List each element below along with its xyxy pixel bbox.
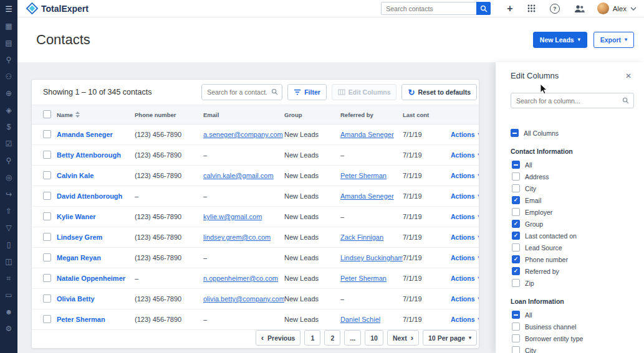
checkbox-row-city[interactable]: City — [512, 182, 634, 194]
export-button[interactable]: Export ▾ — [594, 32, 634, 48]
contact-name-link[interactable]: Peter Sherman — [57, 316, 135, 323]
hamburger-menu-icon[interactable]: ☰ — [0, 0, 17, 17]
row-checkbox[interactable] — [43, 233, 51, 241]
email-link[interactable]: a.seneger@company.com — [203, 131, 283, 138]
column-header-name[interactable]: Name — [57, 111, 135, 118]
checkbox-row-phone-number[interactable]: Phone number — [512, 253, 634, 265]
checkbox-row-group[interactable]: Group — [512, 218, 634, 230]
checkbox[interactable] — [512, 232, 520, 240]
checkbox[interactable] — [512, 196, 520, 204]
contact-name-link[interactable]: David Attenborough — [57, 192, 135, 200]
search-contacts-input[interactable] — [381, 2, 476, 15]
page-button-1[interactable]: 1 — [304, 330, 320, 346]
sidebar-icon-user[interactable]: ☻ — [0, 303, 17, 320]
sidebar-icon-document[interactable]: ▯ — [0, 236, 17, 253]
sidebar-icon-teams[interactable]: ⚇ — [0, 68, 17, 85]
sidebar-icon-planner[interactable]: ▤ — [0, 34, 17, 51]
checkbox[interactable] — [512, 208, 520, 216]
column-header-group[interactable]: Group — [284, 111, 340, 118]
actions-button[interactable]: Actions▾ — [440, 151, 479, 159]
column-header-last-contacted[interactable]: Last cont — [403, 111, 440, 118]
next-page-button[interactable]: Next› — [387, 330, 419, 346]
referred-by-link[interactable]: Peter Sherman — [340, 172, 387, 179]
checkbox[interactable] — [512, 267, 520, 275]
email-link[interactable]: kylie.w@gmail.com — [203, 213, 262, 220]
referred-by-link[interactable]: – — [340, 295, 344, 303]
row-checkbox[interactable] — [43, 130, 51, 138]
email-link[interactable]: olivia.betty@company.com — [203, 295, 284, 303]
user-menu[interactable]: Alex — [597, 2, 637, 14]
checkbox-row-all[interactable]: All — [512, 309, 634, 321]
referred-by-link[interactable]: Peter Sherman — [340, 275, 387, 282]
add-new-icon[interactable]: + — [507, 4, 512, 14]
checkbox-row-zip[interactable]: Zip — [512, 277, 634, 289]
referred-by-link[interactable]: Daniel Schiel — [340, 316, 380, 323]
column-header-referred-by[interactable]: Referred by — [340, 111, 403, 118]
referred-by-link[interactable]: – — [340, 213, 344, 220]
checkbox[interactable] — [512, 220, 520, 228]
checkbox[interactable] — [512, 322, 520, 331]
sidebar-icon-target[interactable]: ◎ — [0, 169, 17, 186]
contact-name-link[interactable]: Amanda Seneger — [57, 131, 135, 138]
page-ellipsis-button[interactable]: ... — [344, 330, 361, 346]
email-link[interactable]: calvin.kale@gmail.com — [203, 172, 274, 179]
checkbox-row-email[interactable]: Email — [512, 194, 634, 206]
sidebar-icon-columns[interactable]: ◫ — [0, 253, 17, 270]
sidebar-icon-tasks[interactable]: ☑ — [0, 135, 17, 152]
checkbox-row-all-columns[interactable]: All Columns — [511, 127, 634, 139]
row-checkbox[interactable] — [43, 274, 51, 282]
row-checkbox[interactable] — [43, 171, 51, 179]
actions-button[interactable]: Actions▾ — [440, 295, 479, 303]
actions-button[interactable]: Actions▾ — [440, 131, 479, 138]
referred-by-link[interactable]: Amanda Seneger — [340, 192, 394, 200]
actions-button[interactable]: Actions▾ — [440, 275, 479, 282]
sidebar-icon-dashboard[interactable]: ▦ — [0, 17, 17, 34]
actions-button[interactable]: Actions▾ — [440, 192, 479, 200]
sidebar-icon-currency[interactable]: $ — [0, 118, 17, 135]
email-link[interactable]: – — [203, 254, 207, 261]
select-all-checkbox[interactable] — [43, 110, 51, 118]
search-submit-button[interactable] — [476, 2, 491, 15]
email-link[interactable]: – — [203, 316, 207, 323]
email-link[interactable]: – — [203, 192, 207, 200]
row-checkbox[interactable] — [43, 294, 51, 303]
checkbox-row-employer[interactable]: Employer — [512, 206, 634, 218]
previous-page-button[interactable]: ‹Previous — [256, 330, 301, 346]
column-search-input[interactable] — [511, 93, 634, 108]
checkbox[interactable] — [512, 243, 520, 252]
row-checkbox[interactable] — [43, 192, 51, 200]
referred-by-link[interactable]: Amanda Seneger — [340, 131, 394, 138]
checkbox-row-business-channel[interactable]: Business channel — [512, 321, 634, 332]
row-checkbox[interactable] — [43, 253, 51, 261]
checkbox[interactable] — [512, 346, 520, 353]
contact-name-link[interactable]: Olivia Betty — [57, 295, 135, 303]
sidebar-icon-export[interactable]: ⇧ — [0, 202, 17, 219]
checkbox-row-lead-source[interactable]: Lead Source — [512, 242, 634, 253]
contact-name-link[interactable]: Natalie Oppenheimer — [57, 275, 135, 282]
checkbox-row-all[interactable]: All — [512, 159, 634, 171]
checkbox-row-address[interactable]: Address — [512, 171, 634, 182]
contact-name-link[interactable]: Megan Reyan — [57, 254, 135, 261]
actions-button[interactable]: Actions▾ — [440, 254, 479, 261]
email-link[interactable]: – — [203, 151, 207, 159]
edit-columns-button[interactable]: Edit Columns — [332, 84, 397, 100]
email-link[interactable]: lindsey.grem@co.com — [203, 233, 271, 241]
new-leads-button[interactable]: New Leads ▾ — [533, 32, 587, 48]
help-icon[interactable]: ? — [550, 4, 560, 14]
reset-to-defaults-button[interactable]: ↻ Reset to defaults — [401, 84, 477, 100]
actions-button[interactable]: Actions▾ — [440, 233, 479, 241]
apps-grid-icon[interactable] — [527, 4, 536, 12]
referred-by-link[interactable]: Lindsey Buckingham — [340, 254, 403, 261]
referred-by-link[interactable]: – — [340, 151, 344, 159]
checkbox-row-referred-by[interactable]: Referred by — [512, 265, 634, 277]
per-page-select[interactable]: 10 Per page▾ — [423, 330, 477, 346]
sidebar-icon-prospect-search[interactable]: ⚲ — [0, 51, 17, 68]
checkbox[interactable] — [512, 172, 520, 181]
contact-name-link[interactable]: Calvin Kale — [57, 172, 135, 179]
page-button-10[interactable]: 10 — [365, 330, 383, 346]
row-checkbox[interactable] — [43, 212, 51, 220]
column-header-phone[interactable]: Phone number — [135, 111, 203, 118]
contact-name-link[interactable]: Lindsey Grem — [57, 233, 135, 241]
checkbox[interactable] — [512, 334, 520, 342]
contact-search-input[interactable] — [201, 84, 282, 100]
